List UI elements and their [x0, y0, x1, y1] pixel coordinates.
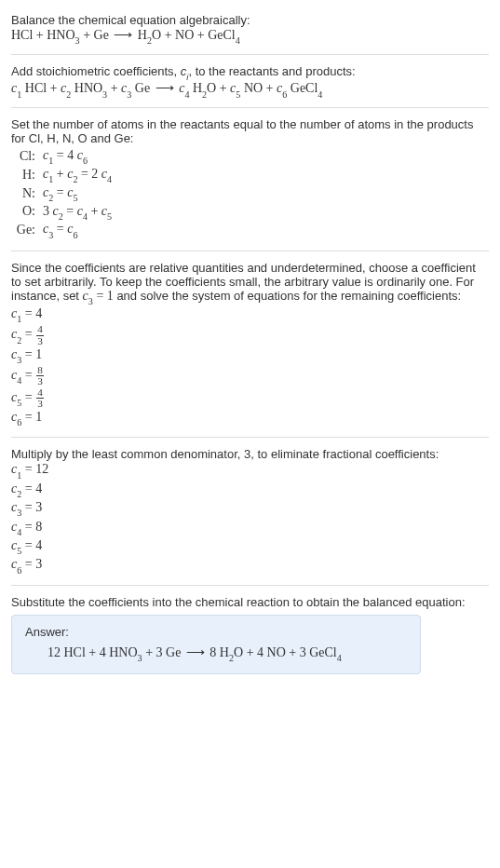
text: , to the reactants and products: — [188, 64, 355, 78]
text: Add stoichiometric coefficients, — [11, 64, 181, 78]
add-coeffs: Add stoichiometric coefficients, ci, to … — [11, 59, 489, 103]
table-row: Cl: c1 = 4 c6 — [11, 147, 115, 166]
element-eq: 3 c2 = c4 + c5 — [39, 203, 115, 222]
solve-section: Since the coefficients are relative quan… — [11, 255, 489, 433]
num: 4 — [36, 387, 44, 399]
balanced-equation: 12 HCl + 4 HNO3 + 3 Ge ⟶ 8 H2O + 4 NO + … — [25, 644, 407, 662]
coeff-c5-int: c5 = 4 — [11, 537, 489, 556]
divider — [11, 107, 489, 108]
answer-label: Answer: — [25, 625, 407, 639]
coeff-c6-int: c6 = 3 — [11, 556, 489, 575]
coeff-c1: c1 = 4 — [11, 305, 489, 324]
substitute-section: Substitute the coefficients into the che… — [11, 590, 489, 680]
intro-text-6: Substitute the coefficients into the che… — [11, 595, 489, 609]
coeff-c4: c4 = 83 — [11, 365, 489, 387]
unbalanced-equation: HCl + HNO3 + Ge ⟶ H2O + NO + GeCl4 — [11, 27, 489, 45]
text: and solve the system of equations for th… — [114, 289, 461, 303]
intro-text-4: Since the coefficients are relative quan… — [11, 261, 489, 305]
coeff-c2-int: c2 = 4 — [11, 481, 489, 499]
coeff-c3: c3 = 1 — [11, 346, 489, 365]
den: 3 — [36, 336, 44, 346]
coeff-c2: c2 = 43 — [11, 324, 489, 346]
den: 3 — [36, 399, 44, 409]
table-row: O: 3 c2 = c4 + c5 — [11, 203, 115, 222]
element-eq: c2 = c5 — [39, 184, 115, 203]
intro-algebraic: Balance the chemical equation algebraica… — [11, 7, 489, 50]
lcm-section: Multiply by the least common denominator… — [11, 441, 489, 580]
coeff-equation: c1 HCl + c2 HNO3 + c3 Ge ⟶ c4 H2O + c5 N… — [11, 80, 489, 98]
divider — [11, 585, 489, 586]
coeff-c3-int: c3 = 3 — [11, 499, 489, 518]
element-label: O: — [11, 203, 39, 222]
intro-text-3: Set the number of atoms in the reactants… — [11, 117, 489, 145]
element-eq: c1 + c2 = 2 c4 — [39, 166, 115, 184]
intro-text-1: Balance the chemical equation algebraica… — [11, 13, 489, 27]
element-label: Ge: — [11, 221, 39, 239]
answer-box: Answer: 12 HCl + 4 HNO3 + 3 Ge ⟶ 8 H2O +… — [11, 615, 421, 674]
coeff-c4-int: c4 = 8 — [11, 519, 489, 537]
element-label: N: — [11, 184, 39, 203]
element-eq: c1 = 4 c6 — [39, 147, 115, 166]
element-label: H: — [11, 166, 39, 184]
table-row: Ge: c3 = c6 — [11, 221, 115, 239]
table-row: H: c1 + c2 = 2 c4 — [11, 166, 115, 184]
intro-text-5: Multiply by the least common denominator… — [11, 447, 489, 461]
divider — [11, 251, 489, 251]
element-label: Cl: — [11, 147, 39, 166]
divider — [11, 54, 489, 55]
element-equations-table: Cl: c1 = 4 c6 H: c1 + c2 = 2 c4 N: c2 = … — [11, 147, 115, 239]
num: 4 — [36, 324, 44, 335]
divider — [11, 437, 489, 438]
intro-text-2: Add stoichiometric coefficients, ci, to … — [11, 64, 489, 81]
set-c3: c3 = 1 — [83, 289, 114, 303]
element-eq: c3 = c6 — [39, 221, 115, 239]
coeff-c5: c5 = 43 — [11, 387, 489, 409]
den: 3 — [36, 376, 44, 387]
coeff-c1-int: c1 = 12 — [11, 461, 489, 480]
table-row: N: c2 = c5 — [11, 184, 115, 203]
coeff-c6: c6 = 1 — [11, 409, 489, 427]
atom-balance: Set the number of atoms in the reactants… — [11, 112, 489, 247]
